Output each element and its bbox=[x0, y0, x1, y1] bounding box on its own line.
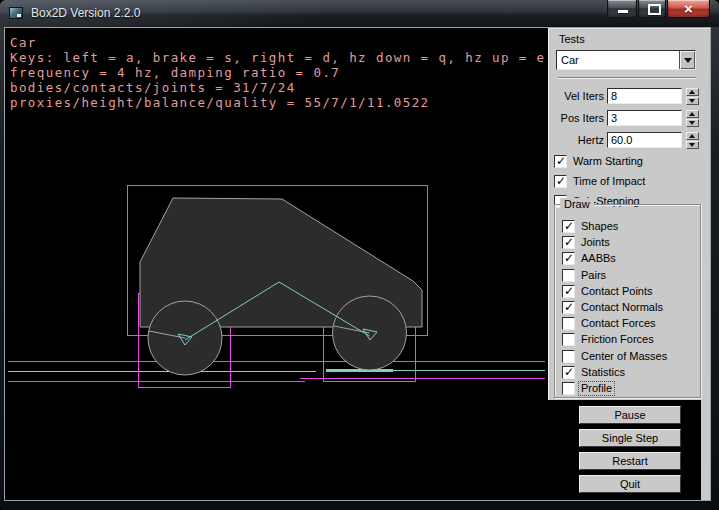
application-window: Box2D Version 2.2.0 bbox=[0, 0, 719, 510]
hud-quality: proxies/height/balance/quality = 55/7/1/… bbox=[10, 95, 430, 110]
tests-selected-value: Car bbox=[561, 54, 579, 66]
spinner-down-button[interactable] bbox=[686, 119, 699, 127]
checkbox-label: Joints bbox=[581, 236, 610, 249]
hud-frequency: frequency = 4 hz, damping ratio = 0.7 bbox=[10, 65, 340, 80]
tests-label: Tests bbox=[559, 33, 585, 45]
checkbox-center-of-masses[interactable]: Center of Masses bbox=[555, 350, 715, 364]
spinner-down-button[interactable] bbox=[686, 97, 699, 105]
checkbox-box bbox=[562, 220, 575, 233]
checkbox-time-of-impact[interactable]: Time of Impact bbox=[549, 175, 709, 189]
checkbox-label: Center of Masses bbox=[581, 350, 667, 363]
gl-canvas[interactable]: Car Keys: left = a, brake = s, right = d… bbox=[4, 27, 711, 501]
pos-iters-spinner: Pos Iters bbox=[549, 110, 701, 127]
checkbox-box bbox=[562, 350, 575, 363]
pos-iters-input[interactable] bbox=[607, 110, 682, 126]
checkbox-contact-normals[interactable]: Contact Normals bbox=[555, 301, 715, 315]
vel-iters-input[interactable] bbox=[607, 88, 682, 104]
checkbox-statistics[interactable]: Statistics bbox=[555, 366, 715, 380]
checkbox-box bbox=[562, 382, 575, 395]
vel-iters-label: Vel Iters bbox=[549, 90, 604, 102]
checkbox-label: Contact Normals bbox=[581, 301, 663, 314]
vel-iters-spinner: Vel Iters bbox=[549, 88, 701, 105]
maximize-button[interactable] bbox=[638, 0, 666, 18]
checkbox-contact-forces[interactable]: Contact Forces bbox=[555, 317, 715, 331]
triangle-up-icon bbox=[689, 112, 695, 116]
checkbox-joints[interactable]: Joints bbox=[555, 236, 715, 250]
checkbox-box bbox=[562, 236, 575, 249]
checkbox-label: Pairs bbox=[581, 269, 606, 282]
checkbox-friction-forces[interactable]: Friction Forces bbox=[555, 333, 715, 347]
checkbox-label: Profile bbox=[578, 381, 615, 396]
single-step-button[interactable]: Single Step bbox=[579, 429, 681, 447]
checkbox-aabbs[interactable]: AABBs bbox=[555, 252, 715, 266]
checkbox-box bbox=[562, 366, 575, 379]
checkbox-label: Contact Forces bbox=[581, 317, 656, 330]
restart-button[interactable]: Restart bbox=[579, 452, 681, 470]
minimize-button[interactable] bbox=[607, 0, 637, 18]
spinner-up-button[interactable] bbox=[686, 110, 699, 118]
tests-dropdown[interactable]: Car bbox=[556, 50, 696, 70]
hertz-spinner: Hertz bbox=[549, 132, 701, 149]
checkbox-label: AABBs bbox=[581, 252, 616, 265]
control-panel: Tests Car Vel Iters Pos Iters bbox=[548, 28, 710, 400]
window-title: Box2D Version 2.2.0 bbox=[31, 6, 140, 20]
triangle-down-icon bbox=[689, 99, 695, 103]
title-bar[interactable]: Box2D Version 2.2.0 bbox=[0, 0, 719, 27]
checkbox-box bbox=[554, 175, 567, 188]
separator bbox=[558, 77, 696, 79]
checkbox-box bbox=[562, 285, 575, 298]
hud-test-name: Car bbox=[10, 35, 37, 50]
checkbox-label: Time of Impact bbox=[573, 175, 645, 188]
spinner-up-button[interactable] bbox=[686, 88, 699, 96]
hertz-label: Hertz bbox=[549, 134, 604, 146]
quit-button[interactable]: Quit bbox=[579, 475, 681, 493]
checkbox-box bbox=[562, 333, 575, 346]
triangle-down-icon bbox=[689, 143, 695, 147]
spinner-up-button[interactable] bbox=[686, 132, 699, 140]
checkbox-profile[interactable]: Profile bbox=[555, 382, 715, 396]
checkbox-label: Friction Forces bbox=[581, 333, 654, 346]
hud-counts: bodies/contacts/joints = 31/7/24 bbox=[10, 80, 296, 95]
hertz-input[interactable] bbox=[607, 132, 682, 148]
checkbox-shapes[interactable]: Shapes bbox=[555, 220, 715, 234]
triangle-up-icon bbox=[689, 134, 695, 138]
triangle-down-icon bbox=[689, 121, 695, 125]
triangle-up-icon bbox=[689, 90, 695, 94]
checkbox-box bbox=[562, 301, 575, 314]
checkbox-warm-starting[interactable]: Warm Starting bbox=[549, 155, 709, 169]
close-button[interactable] bbox=[667, 0, 710, 18]
dropdown-button[interactable] bbox=[679, 51, 695, 69]
app-icon bbox=[9, 7, 23, 19]
checkbox-pairs[interactable]: Pairs bbox=[555, 269, 715, 283]
checkbox-box bbox=[562, 317, 575, 330]
panel-right-strip bbox=[701, 400, 710, 500]
checkbox-box bbox=[562, 269, 575, 282]
chevron-down-icon bbox=[684, 58, 692, 63]
checkbox-label: Shapes bbox=[581, 220, 618, 233]
draw-group-legend: Draw bbox=[560, 198, 594, 210]
checkbox-label: Contact Points bbox=[581, 285, 653, 298]
hud-keys: Keys: left = a, brake = s, right = d, hz… bbox=[10, 50, 546, 65]
checkbox-label: Warm Starting bbox=[573, 155, 643, 168]
checkbox-box bbox=[554, 155, 567, 168]
checkbox-label: Statistics bbox=[581, 366, 625, 379]
pos-iters-label: Pos Iters bbox=[549, 112, 604, 124]
checkbox-box bbox=[562, 252, 575, 265]
pause-button[interactable]: Pause bbox=[579, 406, 681, 424]
draw-group: Draw Shapes Joints AABBs Pairs bbox=[554, 204, 701, 398]
checkbox-contact-points[interactable]: Contact Points bbox=[555, 285, 715, 299]
spinner-down-button[interactable] bbox=[686, 141, 699, 149]
